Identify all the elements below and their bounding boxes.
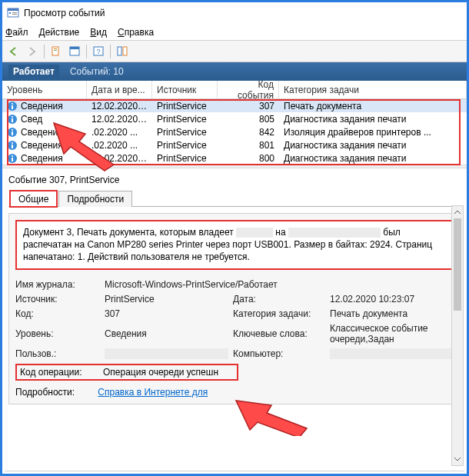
svg-rect-13	[123, 47, 127, 55]
chevron-up-icon	[454, 209, 461, 215]
col-header-code[interactable]: Код события	[218, 81, 279, 98]
col-header-category[interactable]: Категория задачи	[279, 81, 467, 98]
menu-view[interactable]: Вид	[90, 27, 107, 38]
chevron-down-icon	[454, 456, 461, 462]
grid-header: Уровень Дата и вре... Источник Код событ…	[2, 81, 467, 99]
svg-rect-2	[9, 12, 11, 14]
val-code: 307	[105, 308, 228, 319]
table-row[interactable]: Сведения12.02.2020 ...PrintService800Диа…	[2, 151, 467, 165]
menubar: Файл Действие Вид Справка	[2, 24, 467, 41]
app-icon	[7, 7, 19, 19]
events-count: Событий: 10	[70, 66, 124, 77]
val-cat: Печать документа	[330, 308, 454, 319]
event-properties: Имя журнала: Microsoft-Windows-PrintServ…	[15, 279, 454, 359]
val-user	[105, 348, 228, 359]
titlebar: Просмотр событий	[2, 2, 467, 24]
lab-op: Код операции:	[20, 367, 100, 378]
val-comp	[330, 348, 454, 359]
desc-line-3: Действий пользователя не требуется.	[88, 251, 250, 262]
svg-point-15	[12, 102, 13, 104]
operation-code-row: Код операции: Операция очереди успешн	[15, 364, 238, 381]
menu-file[interactable]: Файл	[5, 27, 28, 38]
desc-frag-1: Документ 3, Печать документа, которым вл…	[23, 227, 234, 238]
tab-general[interactable]: Общие	[10, 191, 57, 207]
event-description-box: Документ 3, Печать документа, которым вл…	[15, 220, 454, 270]
svg-rect-19	[12, 118, 13, 122]
arrow-left-icon	[8, 46, 19, 57]
svg-rect-1	[8, 8, 18, 11]
lab-level: Уровень:	[15, 328, 100, 339]
col-header-level[interactable]: Уровень	[2, 81, 87, 98]
redacted: .	[236, 228, 273, 238]
svg-point-27	[12, 155, 13, 156]
detail-header: Событие 307, PrintService	[8, 173, 461, 190]
desc-frag-2: на	[275, 227, 285, 238]
scroll-up-button[interactable]	[452, 206, 463, 218]
scroll-thumb[interactable]	[454, 218, 461, 311]
page-icon	[51, 46, 62, 57]
val-date: 12.02.2020 10:23:07	[330, 294, 454, 305]
detail-scrollbar[interactable]	[451, 205, 464, 466]
redacted: .	[288, 228, 381, 238]
lab-cat: Категория задачи:	[233, 308, 325, 319]
col-header-source[interactable]: Источник	[152, 81, 218, 98]
svg-text:?: ?	[96, 48, 100, 55]
svg-rect-25	[12, 145, 13, 148]
window-icon	[69, 46, 80, 57]
scroll-track[interactable]	[452, 218, 463, 453]
val-source: PrintService	[105, 294, 228, 305]
help-link-row: Подробности: Справка в Интернете для	[15, 387, 454, 398]
svg-rect-3	[12, 12, 17, 13]
window-title: Просмотр событий	[24, 8, 105, 18]
val-keys: Классическое событие очереди,Задан	[330, 323, 454, 345]
scroll-down-button[interactable]	[452, 453, 463, 465]
table-row[interactable]: Сведения12.02.2020 ...PrintService307Печ…	[2, 99, 467, 112]
svg-rect-16	[12, 105, 13, 109]
col-header-date[interactable]: Дата и вре...	[87, 81, 152, 98]
lab-more: Подробности:	[15, 387, 95, 398]
svg-rect-9	[70, 47, 79, 49]
svg-rect-12	[118, 47, 121, 55]
svg-rect-28	[12, 158, 13, 161]
tab-details[interactable]: Подробности	[58, 191, 132, 207]
menu-action[interactable]: Действие	[39, 27, 80, 38]
lab-comp: Компьютер:	[233, 348, 325, 359]
toolbar: ?	[2, 41, 467, 62]
svg-point-18	[12, 115, 13, 117]
lab-journal: Имя журнала:	[15, 279, 100, 290]
lab-source: Источник:	[15, 294, 100, 305]
table-row[interactable]: Сведения.02.2020 ...PrintService801Диагн…	[2, 138, 467, 151]
table-row[interactable]: Свед12.02.2020 ...PrintService805Диагнос…	[2, 112, 467, 125]
toolbar-btn-3[interactable]: ?	[90, 43, 107, 60]
svg-rect-22	[12, 131, 13, 135]
val-journal: Microsoft-Windows-PrintService/Работает	[105, 279, 454, 290]
lab-code: Код:	[15, 308, 100, 319]
svg-point-24	[12, 141, 13, 143]
panels-icon	[117, 46, 128, 57]
svg-point-21	[12, 128, 13, 130]
forward-button[interactable]	[24, 43, 41, 60]
tab-strip: Общие Подробности	[8, 190, 461, 207]
lab-date: Дата:	[233, 294, 325, 305]
back-button[interactable]	[5, 43, 22, 60]
table-row[interactable]: Сведения.02.2020 ...PrintService842Изоля…	[2, 125, 467, 138]
svg-rect-6	[54, 48, 57, 49]
svg-rect-7	[54, 50, 57, 51]
val-level: Сведения	[105, 328, 228, 339]
svg-rect-5	[52, 47, 58, 55]
toolbar-btn-4[interactable]	[114, 43, 131, 60]
help-icon: ?	[93, 46, 104, 57]
grid-body: Сведения12.02.2020 ...PrintService307Печ…	[2, 99, 467, 165]
status-strip: Работает Событий: 10	[2, 62, 467, 81]
detail-pane: Событие 307, PrintService Общие Подробно…	[2, 168, 467, 447]
lab-user: Пользов.:	[15, 348, 100, 359]
svg-rect-4	[12, 14, 17, 15]
toolbar-btn-2[interactable]	[66, 43, 83, 60]
detail-body: Документ 3, Печать документа, которым вл…	[8, 213, 461, 404]
menu-help[interactable]: Справка	[118, 27, 154, 38]
help-link[interactable]: Справка в Интернете для	[98, 387, 208, 398]
toolbar-btn-1[interactable]	[48, 43, 65, 60]
arrow-right-icon	[27, 46, 38, 57]
log-name: Работает	[8, 65, 59, 78]
val-op: Операция очереди успешн	[103, 367, 218, 378]
